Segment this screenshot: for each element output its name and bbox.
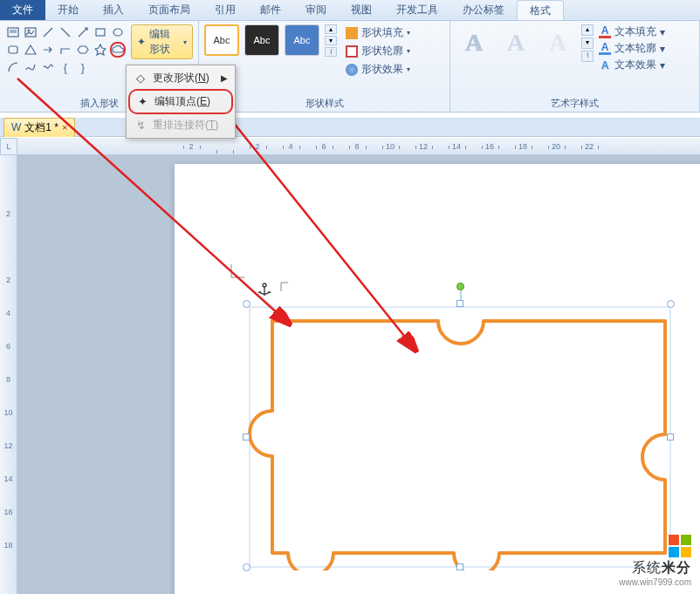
menu-reroute: ↯ 重排连接符(T) (128, 114, 233, 136)
menu-edit-points-label: 编辑顶点(E) (154, 94, 210, 109)
menu-reroute-label: 重排连接符(T) (153, 118, 218, 133)
reroute-icon: ↯ (134, 119, 148, 133)
menu-change-shape-label: 更改形状(N) (153, 71, 209, 85)
change-shape-icon: ◇ (134, 72, 148, 85)
svg-line-9 (205, 87, 415, 349)
menu-change-shape[interactable]: ◇ 更改形状(N) ▶ (128, 67, 233, 89)
edit-shape-dropdown: ◇ 更改形状(N) ▶ ✦ 编辑顶点(E) ↯ 重排连接符(T) (126, 65, 236, 139)
edit-points-icon: ✦ (135, 95, 149, 109)
annotation-arrows (0, 0, 700, 594)
menu-edit-points[interactable]: ✦ 编辑顶点(E) (128, 89, 233, 114)
submenu-arrow-icon: ▶ (221, 73, 228, 83)
